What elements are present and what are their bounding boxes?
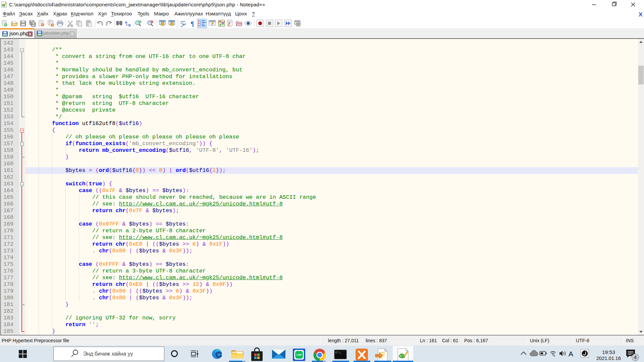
svg-text:4: 4 xyxy=(634,355,637,360)
svg-text:LINE: LINE xyxy=(297,354,302,356)
svg-text:a: a xyxy=(125,20,127,24)
svg-text:b: b xyxy=(128,23,131,27)
svg-text:19:53: 19:53 xyxy=(602,349,615,355)
svg-text:C:\_: C:\_ xyxy=(335,351,342,354)
svg-text:A: A xyxy=(569,350,573,358)
svg-text:Энд бичиж хайна уу: Энд бичиж хайна уу xyxy=(83,351,133,357)
svg-text:¶: ¶ xyxy=(191,20,194,27)
svg-text:2021.01.16: 2021.01.16 xyxy=(596,356,621,361)
